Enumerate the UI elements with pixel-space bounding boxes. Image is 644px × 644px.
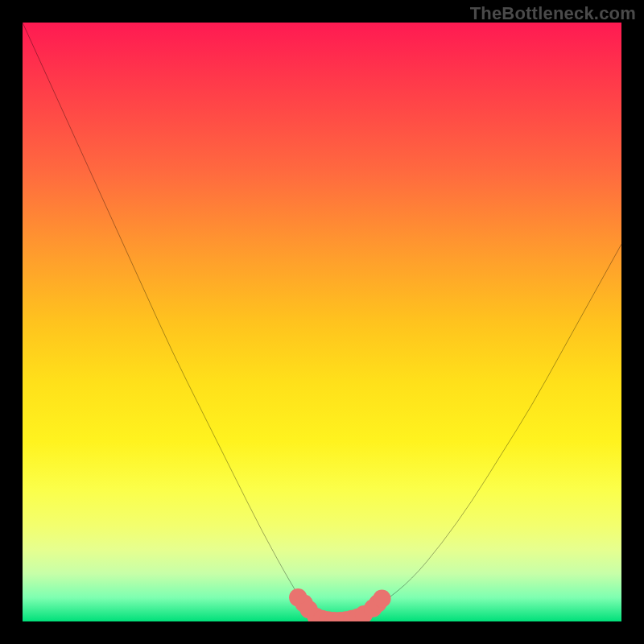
chart-area [23, 23, 621, 621]
chart-marker [373, 590, 390, 608]
chart-markers-group [289, 588, 390, 621]
app-frame: TheBottleneck.com [0, 0, 644, 644]
watermark-text: TheBottleneck.com [470, 3, 636, 24]
chart-line-group [23, 23, 621, 621]
chart-svg [23, 23, 621, 621]
chart-curve [23, 23, 621, 621]
